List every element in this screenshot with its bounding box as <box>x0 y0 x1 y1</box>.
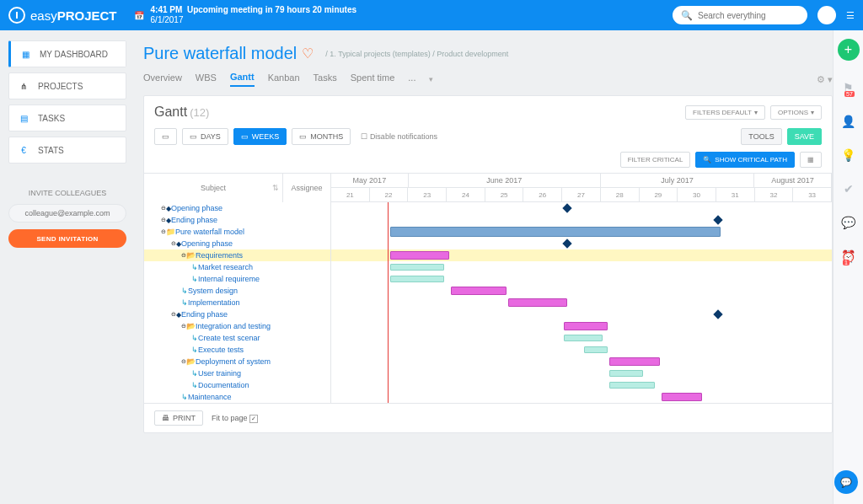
breadcrumb-path[interactable]: / 1. Typical projects (templates) / Prod… <box>325 50 508 58</box>
tree-row[interactable]: ↳ Execute tests <box>144 344 330 356</box>
gantt-bar[interactable] <box>609 382 655 389</box>
timeline-row[interactable] <box>331 344 832 356</box>
tools-button[interactable]: TOOLS <box>741 128 781 145</box>
tree-row[interactable]: ↳ Market research <box>144 261 330 273</box>
timeline-row[interactable] <box>331 273 832 285</box>
timeline-row[interactable] <box>331 367 832 379</box>
filters-button[interactable]: FILTERS DEFAULT ▾ <box>685 105 765 120</box>
days-button[interactable]: ▭ DAYS <box>182 128 228 145</box>
tree-row[interactable]: ↳ Internal requireme <box>144 273 330 285</box>
tab-overview[interactable]: Overview <box>143 72 182 86</box>
tree-row[interactable]: ⊖ 📂 Requirements <box>144 249 330 261</box>
col-assignee[interactable]: Assignee <box>283 174 330 202</box>
gantt-bar[interactable] <box>662 393 702 401</box>
jump-today-button[interactable]: ▭ <box>154 128 177 145</box>
months-button[interactable]: ▭ MONTHS <box>292 128 351 145</box>
message-icon[interactable]: 💬 <box>841 216 855 229</box>
gantt-bar[interactable] <box>508 298 567 307</box>
logo[interactable]: easyPROJECT <box>8 7 117 24</box>
tree-row[interactable]: ↳ Documentation <box>144 379 330 391</box>
tree-row[interactable]: ⊖ ◆ Opening phase <box>144 238 330 249</box>
show-critical-button[interactable]: 🔍 SHOW CRITICAL PATH <box>695 152 795 168</box>
gantt-bar[interactable] <box>564 335 603 341</box>
gantt-bar[interactable] <box>564 322 608 330</box>
milestone-diamond[interactable] <box>713 309 722 319</box>
nav-stats[interactable]: € STATS <box>8 137 126 164</box>
person-icon[interactable]: 👤 <box>841 115 855 128</box>
timeline-row[interactable] <box>331 238 832 249</box>
gantt-bar[interactable] <box>390 251 449 260</box>
milestone-diamond[interactable] <box>713 215 722 224</box>
timeline-month: June 2017 <box>409 174 601 187</box>
gantt-bar[interactable] <box>390 276 444 282</box>
gantt-bar[interactable] <box>390 227 721 237</box>
milestone-diamond[interactable] <box>562 239 571 248</box>
chevron-down-icon[interactable]: ▾ <box>429 75 433 83</box>
hamburger-icon[interactable]: ☰ <box>846 10 855 21</box>
save-button[interactable]: SAVE <box>787 128 822 145</box>
tree-row[interactable]: ⊖ ◆ Ending phase <box>144 308 330 320</box>
timeline-row[interactable] <box>331 332 832 344</box>
nav-tasks[interactable]: ▤ TASKS <box>8 105 126 131</box>
tab-spent-time[interactable]: Spent time <box>351 72 395 86</box>
tree-row[interactable]: ↳ System design <box>144 285 330 297</box>
timeline-row[interactable] <box>331 308 832 320</box>
timeline-row[interactable] <box>331 214 832 226</box>
header-time: 4:41 PM <box>151 5 183 14</box>
tab-wbs[interactable]: WBS <box>196 72 217 86</box>
tab-kanban[interactable]: Kanban <box>268 72 300 86</box>
timeline-row[interactable] <box>331 249 832 261</box>
tab-more[interactable]: ... <box>408 72 415 86</box>
tree-row[interactable]: ⊖ 📂 Deployment of system <box>144 356 330 367</box>
flag-icon[interactable]: ⚑57 <box>843 81 854 94</box>
timeline-row[interactable] <box>331 320 832 332</box>
timeline-row[interactable] <box>331 297 832 308</box>
timeline-row[interactable] <box>331 391 832 403</box>
bulb-icon[interactable]: 💡 <box>841 148 855 162</box>
print-button[interactable]: 🖶 PRINT <box>154 410 203 426</box>
options-button[interactable]: OPTIONS ▾ <box>770 105 822 120</box>
timeline-row[interactable] <box>331 285 832 297</box>
timeline-row[interactable] <box>331 356 832 367</box>
timeline-row[interactable] <box>331 226 832 238</box>
gantt-bar[interactable] <box>609 370 643 377</box>
heart-icon[interactable]: ♡ <box>302 46 314 62</box>
send-invitation-button[interactable]: SEND INVITATION <box>8 229 126 248</box>
check-icon[interactable]: ✔ <box>844 182 854 196</box>
add-button[interactable]: + <box>838 39 860 61</box>
nav-dashboard[interactable]: ▦ MY DASHBOARD <box>8 40 126 67</box>
tree-row[interactable]: ↳ Maintenance <box>144 391 330 403</box>
gantt-bar[interactable] <box>390 264 444 271</box>
disable-notifications[interactable]: ☐ Disable notifications <box>361 132 437 141</box>
tab-tasks[interactable]: Tasks <box>314 72 337 86</box>
gear-icon[interactable]: ⚙ ▾ <box>817 74 833 85</box>
fit-to-page[interactable]: Fit to page ✓ <box>212 414 258 423</box>
tree-row[interactable]: ↳ User training <box>144 367 330 379</box>
tree-row[interactable]: ⊖ 📁 Pure waterfall model <box>144 226 330 238</box>
milestone-diamond[interactable] <box>562 203 571 212</box>
tree-row[interactable]: ↳ Create test scenar <box>144 332 330 344</box>
alarm-icon[interactable]: ⏰1 <box>841 249 855 263</box>
filter-critical-button[interactable]: FILTER CRITICAL <box>620 152 691 168</box>
col-subject[interactable]: Subject⇅ <box>144 174 283 202</box>
timeline[interactable]: May 2017June 2017July 2017August 2017 21… <box>331 174 832 403</box>
timeline-row[interactable] <box>331 202 832 214</box>
tab-gantt[interactable]: Gantt <box>230 72 255 87</box>
tree-row[interactable]: ↳ Implementation <box>144 297 330 308</box>
timeline-row[interactable] <box>331 379 832 391</box>
gantt-bar[interactable] <box>609 357 660 366</box>
gantt-bar[interactable] <box>584 346 608 353</box>
tree-row[interactable]: ⊖ 📂 Integration and testing <box>144 320 330 332</box>
nav-projects[interactable]: ⋔ PROJECTS <box>8 72 126 99</box>
search-box[interactable]: 🔍 <box>673 6 807 24</box>
chat-fab[interactable]: 💬 <box>834 470 858 494</box>
colleague-input[interactable] <box>8 204 126 223</box>
weeks-button[interactable]: ▭ WEEKS <box>233 128 287 145</box>
export-button[interactable]: ▦ <box>800 152 822 168</box>
avatar[interactable] <box>817 6 836 24</box>
timeline-row[interactable] <box>331 261 832 273</box>
search-input[interactable] <box>698 11 799 20</box>
tree-row[interactable]: ⊖ ◆ Ending phase <box>144 214 330 226</box>
tree-row[interactable]: ⊖ ◆ Opening phase <box>144 202 330 214</box>
gantt-bar[interactable] <box>451 287 507 295</box>
